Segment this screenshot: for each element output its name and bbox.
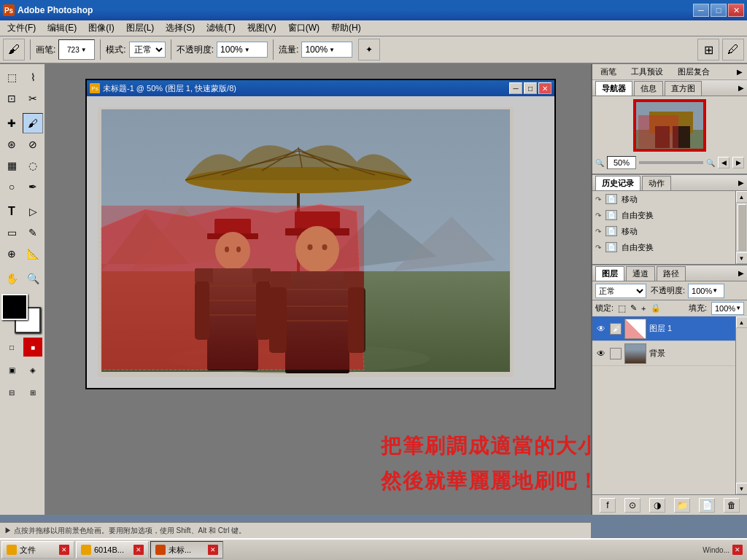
delete-layer-btn[interactable]: 🗑 [724,498,740,513]
marquee-tool[interactable]: ⬚ [1,67,22,88]
measure-tool[interactable]: 📐 [23,244,43,264]
nav-panel-arrow[interactable]: ▶ [738,84,744,92]
brush-preview[interactable]: 723 ▼ [58,39,95,60]
menu-layer[interactable]: 图层(L) [120,20,160,36]
nav-scroll-up[interactable]: ◀ [718,157,729,168]
history-item-3[interactable]: ↷ 📄 移动 [592,223,747,239]
taskbar-windo-close[interactable]: ✕ [732,545,743,555]
zoom-in-icon[interactable]: 🔍 [706,159,715,167]
taskbar-file-btn[interactable]: 文件 ✕ [1,541,74,559]
taskbar-ps-btn[interactable]: 未标... ✕ [150,541,223,559]
screen-mode[interactable]: ▣ [1,359,22,380]
layer-bg-visibility[interactable]: 👁 [595,348,607,359]
lock-transparent-icon[interactable]: ⬚ [618,303,626,314]
close-button[interactable]: ✕ [728,4,744,17]
crop-tool[interactable]: ⊡ [1,88,22,109]
extra-tool-1[interactable]: ⊞ [697,39,719,61]
zoom-in-btn[interactable]: ⊞ [23,382,43,402]
layer-row-bg[interactable]: 👁 背景 🔒 [592,341,747,366]
text-tool[interactable]: T [1,201,22,222]
layer-style-btn[interactable]: f [600,498,616,513]
layers-panel-arrow[interactable]: ▶ [738,269,744,277]
opacity-arrow[interactable]: ▼ [244,47,250,53]
minimize-button[interactable]: ─ [693,4,709,17]
menu-image[interactable]: 图像(I) [82,20,120,36]
standard-mode[interactable]: □ [1,337,22,357]
opacity-input[interactable]: 100% ▼ [217,42,268,58]
flow-arrow[interactable]: ▼ [329,47,335,53]
foreground-color-swatch[interactable] [1,294,28,320]
pen-tool[interactable]: ✒ [23,176,43,197]
layers-scroll-down[interactable]: ▼ [736,483,748,494]
brush-tool-icon[interactable]: 🖌 [3,39,25,61]
menu-filter[interactable]: 滤镜(T) [201,20,241,36]
menu-select[interactable]: 选择(S) [160,20,201,36]
new-group-btn[interactable]: 📁 [674,498,690,513]
top-tab-menu-arrow[interactable]: ▶ [734,68,746,76]
history-panel-arrow[interactable]: ▶ [738,179,744,187]
new-layer-btn[interactable]: 📄 [699,498,715,513]
tab-navigator[interactable]: 导航器 [595,81,632,96]
menu-view[interactable]: 视图(V) [241,20,282,36]
brush-dropdown-arrow[interactable]: ▼ [81,47,87,53]
zoom-out-icon[interactable]: 🔍 [595,159,604,167]
dodge-tool[interactable]: ○ [1,176,22,197]
tab-actions[interactable]: 动作 [642,176,671,190]
tab-history[interactable]: 历史记录 [595,176,640,190]
stamp-tool[interactable]: ⊛ [1,134,22,155]
notes-tool[interactable]: ✎ [23,222,43,243]
lock-all-icon[interactable]: 🔒 [651,303,661,313]
layers-opacity-arrow[interactable]: ▼ [712,287,718,294]
eraser-tool[interactable]: ⊘ [23,134,43,155]
layers-opacity-input[interactable]: 100% ▼ [688,284,724,298]
layer-1-visibility[interactable]: 👁 [595,323,607,335]
history-item-4[interactable]: ↷ 📄 自由变换 [592,239,747,255]
taskbar-file-close[interactable]: ✕ [59,545,69,555]
lasso-tool[interactable]: ⌇ [23,67,43,88]
menu-window[interactable]: 窗口(W) [282,20,325,36]
airbrush-icon[interactable]: ✦ [358,39,380,61]
blend-mode-select[interactable]: 正常 [595,284,646,298]
tab-layers[interactable]: 图层 [595,266,624,281]
zoom-input[interactable] [607,156,636,169]
tab-histogram[interactable]: 直方图 [665,81,702,96]
jump-to[interactable]: ◈ [23,359,43,380]
tab-paths[interactable]: 路径 [657,266,686,281]
nav-scroll-down[interactable]: ▶ [732,157,744,168]
hist-scroll-up[interactable]: ▲ [736,191,748,203]
mode-select[interactable]: 正常 [129,42,166,58]
menu-file[interactable]: 文件(F) [1,20,42,36]
eyedropper-tool[interactable]: ⊕ [1,244,22,264]
brush-tool[interactable]: 🖌 [23,113,43,133]
taskbar-img-btn[interactable]: 6014B... ✕ [76,541,149,559]
layer-mask-btn[interactable]: ⊙ [624,498,640,513]
lock-image-icon[interactable]: ✎ [630,303,637,313]
maximize-button[interactable]: □ [711,4,727,17]
menu-edit[interactable]: 编辑(E) [42,20,82,36]
layer-adj-btn[interactable]: ◑ [649,498,665,513]
lock-position-icon[interactable]: + [641,304,646,313]
history-item-2[interactable]: ↷ 📄 自由变换 [592,207,747,223]
taskbar-ps-close[interactable]: ✕ [208,545,218,555]
tab-channels[interactable]: 通道 [626,266,655,281]
extra-tool-2[interactable]: 🖊 [722,39,744,61]
zoom-tool[interactable]: 🔍 [23,268,43,289]
tab-brush[interactable]: 画笔 [594,64,623,79]
layer-bg-link[interactable] [610,348,622,359]
gradient-tool[interactable]: ▦ [1,155,22,176]
history-item-1[interactable]: ↷ 📄 移动 [592,191,747,207]
menu-help[interactable]: 帮助(H) [325,20,367,36]
iw-close[interactable]: ✕ [538,82,551,94]
hand-tool[interactable]: ✋ [1,268,22,289]
layer-row-1[interactable]: 👁 🖌 图层 1 [592,316,747,341]
zoom-out-btn[interactable]: ⊟ [1,382,22,402]
taskbar-img-close[interactable]: ✕ [133,545,144,555]
zoom-slider[interactable] [639,161,703,164]
shape-tool[interactable]: ▭ [1,222,22,243]
healing-tool[interactable]: ✚ [1,113,22,133]
fill-input[interactable]: 100% ▼ [711,302,744,315]
tab-tool-preset[interactable]: 工具预设 [624,64,670,79]
quickmask-mode[interactable]: ■ [23,337,43,357]
layers-scroll-up[interactable]: ▲ [736,316,748,328]
tab-layer-comp[interactable]: 图层复合 [671,64,716,79]
